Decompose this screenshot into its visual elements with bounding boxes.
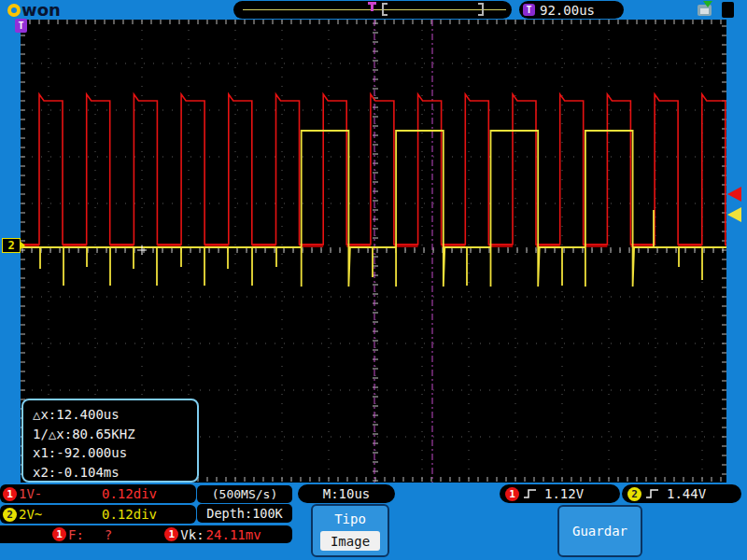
ch2-trigger-badge: 2 [627, 487, 641, 501]
usb-save-icon [698, 5, 712, 16]
record-window-bracket-right-icon [478, 3, 484, 16]
oscilloscope-screen: won Stop T 92.00us T 2 △x:12.400us 1/△x:… [0, 0, 747, 560]
freq-badge: 1 [52, 527, 66, 541]
ch2-trigger-level-value: 1.44V [667, 486, 706, 501]
ch2-badge: 2 [3, 508, 17, 522]
trigger-time-readout: T 92.00us [519, 1, 624, 19]
ch2-info-readout: 2 2V~ 0.12div [0, 505, 196, 524]
ch2-position-marker: 2 [2, 238, 21, 253]
ch1-trigger-arrow-icon [727, 187, 741, 202]
rising-edge-icon [523, 487, 539, 500]
vk-label: Vk: [180, 527, 204, 542]
right-frame [726, 20, 747, 483]
measurement-x1: x1:-92.000us [33, 443, 197, 463]
measurement-freq: 1/△x:80.65KHZ [33, 425, 197, 444]
sample-rate-readout: (500MS/s) [197, 485, 292, 503]
measurement-x2: x2:-0.104ms [33, 463, 197, 483]
image-option-selected[interactable]: Image [320, 531, 380, 551]
ch1-trigger-level-readout: 1 1.12V [500, 484, 620, 503]
ch1-trigger-level-value: 1.12V [544, 486, 584, 501]
usb-plug-icon [722, 2, 734, 18]
owon-logo: won [7, 0, 61, 20]
trigger-time-value: 92.00us [540, 3, 595, 18]
vk-badge: 1 [164, 527, 178, 541]
save-button[interactable]: Guardar [557, 505, 642, 557]
save-button-label: Guardar [572, 524, 627, 539]
rising-edge-icon [645, 487, 661, 500]
ch2-scale-label: 2V~ [19, 507, 42, 522]
type-menu-label: Tipo [313, 511, 388, 526]
record-waveform-line [243, 9, 506, 10]
memory-depth-readout: Depth:100K [197, 504, 292, 523]
ch1-info-readout: 1 1V- 0.12div [0, 484, 196, 503]
trigger-t-icon: T [523, 4, 535, 16]
trigger-position-icon: T [15, 19, 27, 33]
cursor-measurement-panel: △x:12.400us 1/△x:80.65KHZ x1:-92.000us x… [21, 399, 199, 483]
ch2-trigger-arrow-icon [727, 207, 741, 222]
type-menu-button[interactable]: Tipo Image [311, 504, 389, 557]
measure-readout-bar: 1 F: ? 1 Vk: 24.11mv [0, 525, 292, 543]
record-trigger-marker-icon [368, 2, 376, 5]
ch1-scale-label: 1V- [19, 486, 42, 501]
ch2-offset-value: 0.12div [102, 507, 157, 522]
record-window-bracket-left-icon [382, 3, 388, 16]
owon-logo-text: won [21, 0, 61, 20]
ch1-offset-value: 0.12div [102, 486, 157, 501]
timebase-readout: M:10us [298, 484, 395, 503]
ch1-badge: 1 [3, 487, 17, 501]
freq-value: ? [105, 527, 112, 542]
vk-value: 24.11mv [206, 527, 261, 542]
owon-logo-o-icon [7, 4, 21, 17]
ch2-trigger-level-readout: 2 1.44V [622, 484, 741, 503]
record-position-bar [233, 1, 512, 19]
ch1-trigger-badge: 1 [505, 487, 519, 501]
measurement-dx: △x:12.400us [33, 405, 197, 425]
freq-label: F: [68, 527, 84, 542]
